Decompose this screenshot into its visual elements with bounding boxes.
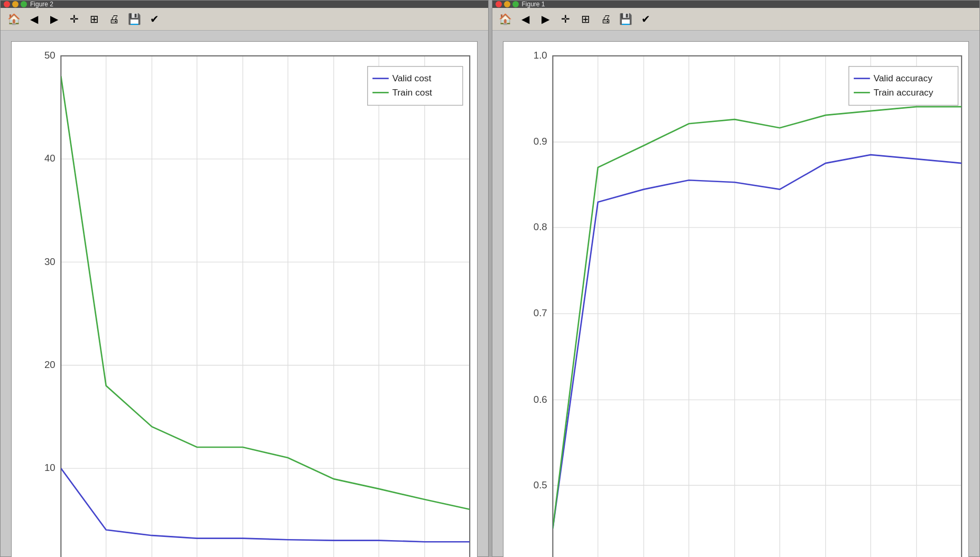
figure1-titlebar: Figure 1 [492,1,980,8]
zoom-button[interactable]: ⊞ [85,10,103,28]
pan-button[interactable]: ✛ [65,10,83,28]
home-button-2[interactable]: 🏠 [497,10,515,28]
svg-rect-75 [848,67,958,106]
svg-text:40: 40 [44,153,55,164]
minimize-button[interactable] [12,1,18,7]
svg-text:10: 10 [44,462,55,473]
forward-button[interactable]: ▶ [45,10,63,28]
svg-text:50: 50 [44,50,55,61]
svg-text:1.0: 1.0 [533,50,547,61]
figure2-title: Figure 2 [30,1,53,8]
print-button[interactable]: 🖨 [105,10,123,28]
title-buttons-2 [496,1,519,7]
figure1-chart-area: 0.4 0.5 0.6 0.7 0.8 0.9 1.0 0 1 2 3 4 5 … [492,31,980,557]
forward-button-2[interactable]: ▶ [537,10,555,28]
svg-text:Valid accuracy: Valid accuracy [873,73,932,83]
svg-rect-40 [553,56,962,557]
back-button-2[interactable]: ◀ [517,10,535,28]
svg-rect-1 [61,56,470,557]
figure1-chart: 0.4 0.5 0.6 0.7 0.8 0.9 1.0 0 1 2 3 4 5 … [503,41,969,557]
maximize-button-2[interactable] [512,1,519,7]
figure2-titlebar: Figure 2 [1,1,488,8]
figure2-chart-area: 0 10 20 30 40 50 0 1 2 3 4 5 6 7 8 9 [1,31,488,557]
figure2-toolbar: 🏠 ◀ ▶ ✛ ⊞ 🖨 💾 ✔ [1,8,488,31]
check-button-2[interactable]: ✔ [637,10,655,28]
svg-text:Train cost: Train cost [392,87,432,98]
check-button[interactable]: ✔ [145,10,163,28]
svg-text:0.7: 0.7 [533,307,547,318]
svg-text:0.8: 0.8 [533,221,547,232]
figure1-title: Figure 1 [522,1,545,8]
figure1-window: Figure 1 🏠 ◀ ▶ ✛ ⊞ 🖨 💾 ✔ [492,0,981,557]
close-button-2[interactable] [496,1,502,7]
svg-rect-34 [368,67,463,106]
minimize-button-2[interactable] [504,1,510,7]
svg-text:20: 20 [44,359,55,370]
home-button[interactable]: 🏠 [5,10,23,28]
svg-text:0.5: 0.5 [533,479,547,490]
title-buttons [4,1,27,7]
print-button-2[interactable]: 🖨 [597,10,615,28]
svg-text:0.9: 0.9 [533,136,547,147]
svg-text:Valid cost: Valid cost [392,73,431,83]
pan-button-2[interactable]: ✛ [557,10,575,28]
zoom-button-2[interactable]: ⊞ [577,10,595,28]
maximize-button[interactable] [21,1,27,7]
save-button-2[interactable]: 💾 [617,10,635,28]
save-button[interactable]: 💾 [125,10,143,28]
figure2-chart: 0 10 20 30 40 50 0 1 2 3 4 5 6 7 8 9 [11,41,478,557]
close-button[interactable] [4,1,10,7]
svg-text:30: 30 [44,256,55,267]
figure2-window: Figure 2 🏠 ◀ ▶ ✛ ⊞ 🖨 💾 ✔ [0,0,489,557]
svg-text:Train accuracy: Train accuracy [873,87,933,98]
svg-text:0.6: 0.6 [533,394,547,405]
figure1-toolbar: 🏠 ◀ ▶ ✛ ⊞ 🖨 💾 ✔ [492,8,980,31]
back-button[interactable]: ◀ [25,10,43,28]
